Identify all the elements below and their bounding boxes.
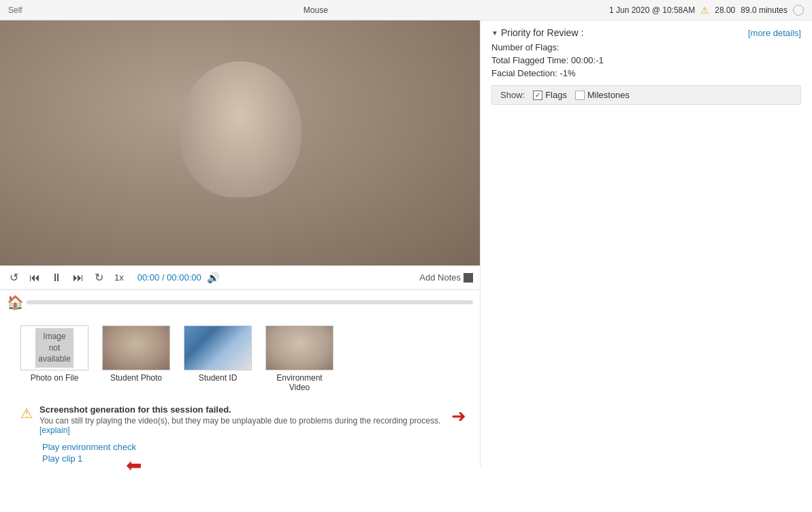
- house-marker: 🏠: [7, 294, 24, 310]
- show-label: Show:: [500, 90, 525, 100]
- thumbnail-student-photo[interactable]: Student Photo: [102, 325, 170, 383]
- main-content: ↺ ⏮ ⏸ ⏭ ↻ 1x 00:00 / 00:00:00 🔊 Add Note…: [0, 20, 812, 466]
- video-area: ↺ ⏮ ⏸ ⏭ ↻ 1x 00:00 / 00:00:00 🔊 Add Note…: [0, 20, 480, 466]
- add-notes-label: Add Notes: [419, 272, 461, 283]
- show-bar: Show: ✓ Flags Milestones: [491, 85, 801, 105]
- duration-label: 89.0 minutes: [741, 5, 787, 15]
- thumb-img-student-photo: [103, 326, 169, 370]
- thumb-box-student-id: [184, 325, 252, 370]
- scrubber-track[interactable]: [27, 300, 473, 304]
- flags-checkbox-item[interactable]: ✓ Flags: [533, 90, 567, 100]
- milestones-label: Milestones: [587, 90, 630, 100]
- alert-triangle-icon: ⚠: [20, 405, 33, 421]
- right-panel: ▼ Priority for Review : [more details] N…: [480, 20, 812, 466]
- priority-text: Priority for Review :: [501, 27, 583, 38]
- total-flagged-time-line: Total Flagged Time: 00:00:-1: [491, 55, 801, 65]
- pause-button[interactable]: ⏸: [48, 270, 65, 285]
- number-of-flags-line: Number of Flags:: [491, 42, 801, 52]
- thumb-label-photo-on-file: Photo on File: [31, 373, 79, 383]
- thumbnail-photo-on-file[interactable]: Imagenotavailable Photo on File: [20, 325, 88, 383]
- alert-title: Screenshot generation for this session f…: [39, 404, 444, 415]
- thumbnail-student-id[interactable]: Student ID: [184, 325, 252, 383]
- thumb-label-student-id: Student ID: [199, 373, 238, 383]
- play-clip-1-link[interactable]: Play clip 1: [42, 453, 466, 464]
- datetime-label: 1 Jun 2020 @ 10:58AM: [609, 5, 695, 15]
- score-label: 28.00: [715, 5, 735, 15]
- milestones-checkbox[interactable]: [575, 91, 585, 100]
- time-display: 00:00 / 00:00:00: [137, 272, 201, 283]
- thumb-label-student-photo: Student Photo: [110, 373, 162, 383]
- top-bar-right: 1 Jun 2020 @ 10:58AM ⚠ 28.00 89.0 minute…: [609, 5, 804, 16]
- thumb-box-env-video: [265, 325, 334, 370]
- speed-label: 1x: [112, 271, 127, 284]
- skip-back-button[interactable]: ⏮: [27, 270, 43, 285]
- thumb-img-env-video: [266, 326, 333, 370]
- thumb-box-unavailable: Imagenotavailable: [20, 325, 88, 370]
- video-face: [179, 61, 302, 197]
- top-bar-left: Self: [8, 5, 22, 15]
- flags-checkbox[interactable]: ✓: [533, 91, 542, 100]
- volume-icon: 🔊: [207, 272, 220, 284]
- circle-icon: [793, 5, 804, 16]
- top-bar: Self Mouse 1 Jun 2020 @ 10:58AM ⚠ 28.00 …: [0, 0, 812, 20]
- alert-text-block: Screenshot generation for this session f…: [39, 404, 444, 435]
- alert-body: You can still try playing the video(s), …: [39, 416, 444, 435]
- milestones-checkbox-item[interactable]: Milestones: [575, 90, 630, 100]
- thumbnail-environment-video[interactable]: EnvironmentVideo: [265, 325, 334, 392]
- arrow-left-icon: ⬅: [126, 454, 142, 477]
- thumb-img-student-id: [184, 326, 251, 370]
- play-links: Play environment check Play clip 1 ⬅: [0, 439, 480, 466]
- skip-forward-button[interactable]: ⏭: [70, 270, 86, 285]
- explain-link[interactable]: [explain]: [39, 426, 70, 435]
- video-player[interactable]: [0, 20, 480, 266]
- warning-icon: ⚠: [700, 5, 709, 16]
- thumb-unavailable-text: Imagenotavailable: [35, 328, 73, 368]
- thumbnails-row: Imagenotavailable Photo on File Student …: [0, 315, 480, 398]
- replay-button[interactable]: ↻: [92, 270, 106, 285]
- thumb-box-student-photo: [102, 325, 170, 370]
- top-bar-center: Mouse: [304, 5, 328, 15]
- play-environment-check-link[interactable]: Play environment check: [42, 442, 466, 452]
- flags-label: Flags: [545, 90, 567, 100]
- add-notes-link[interactable]: Add Notes: [419, 272, 473, 283]
- priority-label: ▼ Priority for Review :: [491, 27, 583, 38]
- priority-row: ▼ Priority for Review : [more details]: [491, 27, 801, 38]
- facial-detection-line: Facial Detection: -1%: [491, 68, 801, 78]
- scrubber-area: 🏠: [0, 290, 480, 315]
- alert-box: ⚠ Screenshot generation for this session…: [0, 398, 480, 439]
- controls-bar: ↺ ⏮ ⏸ ⏭ ↻ 1x 00:00 / 00:00:00 🔊 Add Note…: [0, 266, 480, 290]
- rewind-button[interactable]: ↺: [7, 270, 21, 285]
- arrow-right-icon: ➜: [451, 406, 466, 427]
- alert-body-text: You can still try playing the video(s), …: [39, 416, 440, 426]
- triangle-down-icon: ▼: [491, 29, 498, 37]
- notes-icon: [464, 273, 473, 283]
- thumb-label-env-video: EnvironmentVideo: [276, 373, 322, 392]
- more-details-link[interactable]: [more details]: [748, 28, 801, 38]
- video-frame: [0, 20, 480, 266]
